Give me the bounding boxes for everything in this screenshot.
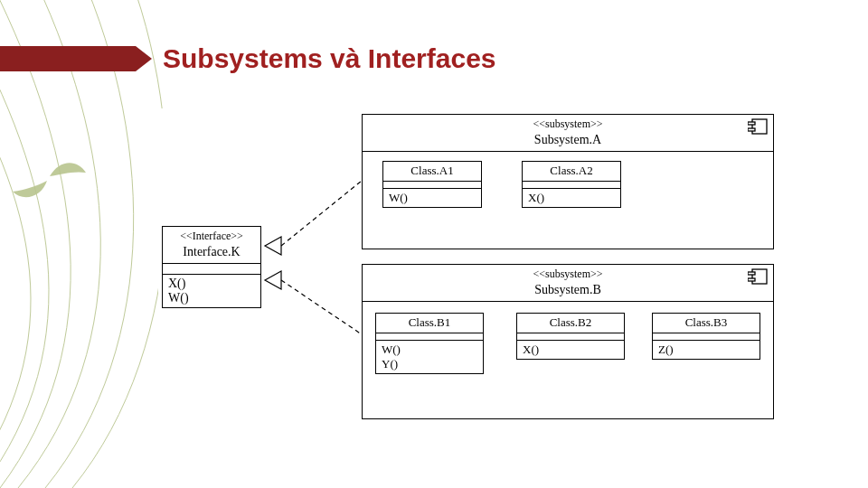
subsystem-a-stereotype: <<subsystem>>: [368, 117, 768, 132]
interface-name: Interface.K: [168, 244, 255, 260]
subsystem-b-box: <<subsystem>> Subsystem.B Class.B1 W() Y…: [362, 264, 774, 419]
subsystem-b-stereotype: <<subsystem>>: [368, 267, 768, 282]
slide-title: Subsystems và Interfaces: [163, 43, 496, 74]
interface-k-box: <<Interface>> Interface.K X() W(): [162, 226, 261, 308]
component-icon: [748, 118, 768, 135]
interface-stereotype: <<Interface>>: [168, 230, 255, 244]
class-a2-box: Class.A2 X(): [522, 161, 621, 208]
class-b2-box: Class.B2 X(): [516, 313, 625, 360]
svg-rect-2: [748, 128, 755, 131]
title-accent-shape: [0, 46, 136, 71]
class-a1-box: Class.A1 W(): [382, 161, 482, 208]
interface-ops: X() W(): [163, 274, 260, 307]
subsystem-a-name: Subsystem.A: [368, 132, 768, 148]
slide-title-bar: Subsystems và Interfaces: [0, 43, 496, 74]
svg-marker-7: [265, 271, 281, 289]
subsystem-a-box: <<subsystem>> Subsystem.A Class.A1 W() C…: [362, 114, 774, 249]
svg-rect-1: [748, 122, 755, 125]
class-b1-name: Class.B1: [376, 314, 483, 333]
class-b2-name: Class.B2: [517, 314, 624, 333]
subsystem-b-name: Subsystem.B: [368, 282, 768, 298]
svg-marker-6: [265, 237, 281, 255]
svg-rect-5: [748, 278, 755, 281]
class-b3-name: Class.B3: [653, 314, 760, 333]
class-b3-box: Class.B3 Z(): [652, 313, 760, 360]
component-icon: [748, 268, 768, 285]
class-a1-name: Class.A1: [383, 162, 481, 181]
class-a2-name: Class.A2: [523, 162, 620, 181]
class-b1-box: Class.B1 W() Y(): [375, 313, 484, 374]
svg-rect-4: [748, 272, 755, 275]
uml-diagram: <<Interface>> Interface.K X() W() <<subs…: [158, 108, 809, 443]
